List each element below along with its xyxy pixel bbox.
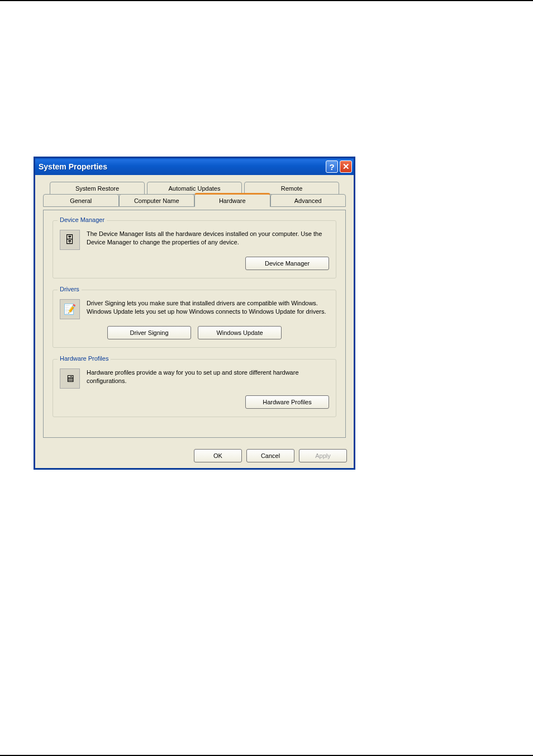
device-manager-text: The Device Manager lists all the hardwar… <box>87 230 329 250</box>
tab-general[interactable]: General <box>43 194 119 207</box>
hardware-panel: Device Manager 🗄 The Device Manager list… <box>43 210 346 438</box>
hardware-profiles-icon: 🖥 <box>60 368 80 389</box>
tab-computer-name[interactable]: Computer Name <box>119 194 195 207</box>
titlebar: System Properties ? ✕ <box>35 158 354 175</box>
tabs-back-row: System Restore Automatic Updates Remote <box>43 182 346 195</box>
close-icon: ✕ <box>342 162 350 172</box>
drivers-buttons: Driver Signing Windows Update <box>60 326 329 339</box>
device-manager-buttons: Device Manager <box>60 257 329 270</box>
device-manager-legend: Device Manager <box>58 216 107 223</box>
tab-system-restore[interactable]: System Restore <box>50 182 145 195</box>
hardware-profiles-text: Hardware profiles provide a way for you … <box>87 368 329 389</box>
drivers-legend: Drivers <box>58 286 82 292</box>
apply-button: Apply <box>299 449 347 462</box>
drivers-icon: 📝 <box>60 299 80 319</box>
drivers-row: 📝 Driver Signing lets you make sure that… <box>60 299 329 319</box>
hardware-profiles-group: Hardware Profiles 🖥 Hardware profiles pr… <box>53 359 336 417</box>
windows-update-button[interactable]: Windows Update <box>198 326 282 339</box>
device-manager-icon: 🗄 <box>60 230 80 250</box>
tab-hardware[interactable]: Hardware <box>194 193 270 207</box>
cancel-button[interactable]: Cancel <box>246 449 294 462</box>
hardware-profiles-button[interactable]: Hardware Profiles <box>245 395 329 409</box>
window-title: System Properties <box>39 162 324 171</box>
tabs-front-row: General Computer Name Hardware Advanced <box>43 194 346 208</box>
drivers-group: Drivers 📝 Driver Signing lets you make s… <box>53 290 336 348</box>
drivers-text: Driver Signing lets you make sure that i… <box>87 299 329 319</box>
hardware-profiles-row: 🖥 Hardware profiles provide a way for yo… <box>60 368 329 389</box>
system-properties-dialog: System Properties ? ✕ System Restore Aut… <box>34 157 355 470</box>
tab-advanced[interactable]: Advanced <box>270 194 346 207</box>
help-button[interactable]: ? <box>326 160 338 173</box>
hardware-profiles-buttons: Hardware Profiles <box>60 395 329 409</box>
device-manager-group: Device Manager 🗄 The Device Manager list… <box>53 220 336 278</box>
hardware-profiles-legend: Hardware Profiles <box>58 355 111 362</box>
dialog-action-row: OK Cancel Apply <box>35 443 354 468</box>
ok-button[interactable]: OK <box>194 449 242 462</box>
driver-signing-button[interactable]: Driver Signing <box>107 326 191 339</box>
close-button[interactable]: ✕ <box>340 160 352 173</box>
dialog-wrapper: System Properties ? ✕ System Restore Aut… <box>34 157 355 470</box>
device-manager-button[interactable]: Device Manager <box>245 257 329 270</box>
device-manager-row: 🗄 The Device Manager lists all the hardw… <box>60 230 329 250</box>
dialog-body: System Restore Automatic Updates Remote … <box>35 175 354 443</box>
page: System Properties ? ✕ System Restore Aut… <box>0 0 533 756</box>
tab-container: System Restore Automatic Updates Remote … <box>43 182 346 207</box>
